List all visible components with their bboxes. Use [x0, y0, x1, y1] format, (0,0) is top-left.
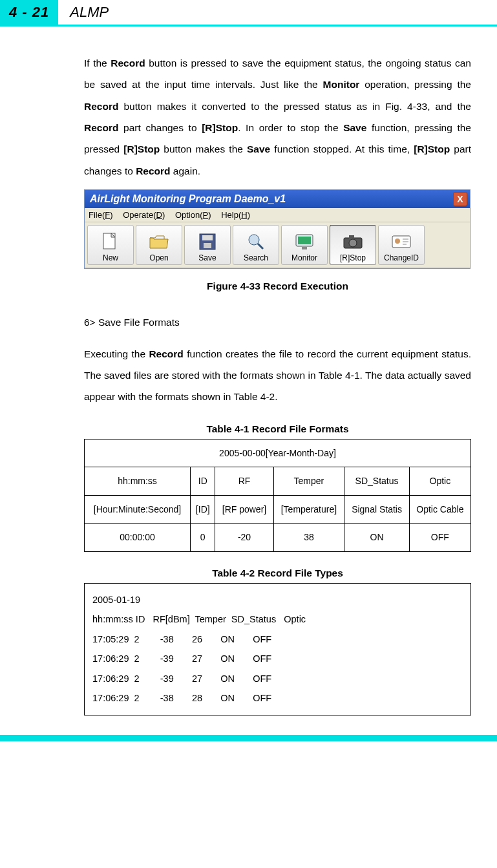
- desc-cell: [RF power]: [215, 495, 273, 524]
- new-button[interactable]: New: [87, 225, 134, 265]
- text: button makes it converted to the pressed…: [118, 101, 471, 112]
- data-cell: 00:00:00: [85, 524, 191, 552]
- svg-rect-3: [204, 243, 211, 248]
- text: operation, pressing the: [359, 79, 471, 90]
- data-cell: 38: [273, 524, 344, 552]
- menu-help[interactable]: Help(H): [221, 210, 250, 220]
- data-cell: 0: [191, 524, 215, 552]
- paragraph-2: Executing the Record function creates th…: [84, 343, 471, 408]
- svg-point-10: [349, 239, 357, 247]
- bold-save: Save: [343, 122, 366, 133]
- desc-cell: [ID]: [191, 495, 215, 524]
- bold-record: Record: [84, 101, 118, 112]
- date-cell: 2005-00-00[Year-Month-Day]: [85, 439, 471, 467]
- app-titlebar: AirLight Monitoring Program Daemo_v1 X: [85, 190, 470, 208]
- table-row: 2005-00-00[Year-Month-Day]: [85, 439, 471, 467]
- toolbar-label: [R]Stop: [340, 253, 366, 262]
- menu-operate[interactable]: Operate(D): [123, 210, 165, 220]
- text: If the: [84, 58, 111, 69]
- bold-record: Record: [136, 165, 170, 176]
- bold-record: Record: [111, 58, 145, 69]
- changeid-button[interactable]: ChangeID: [378, 225, 425, 265]
- header-cell: SD_Status: [344, 467, 409, 496]
- svg-rect-8: [302, 247, 307, 249]
- monitor-button[interactable]: Monitor: [281, 225, 328, 265]
- svg-rect-7: [298, 237, 311, 244]
- close-button[interactable]: X: [453, 192, 467, 206]
- page-number: 4 - 21: [0, 0, 58, 25]
- table2-row: 17:06:29 2 -39 27 ON OFF: [92, 669, 463, 688]
- table-row: 00:00:00 0 -20 38 ON OFF: [85, 524, 471, 552]
- table-row: hh:mm:ss ID RF Temper SD_Status Optic: [85, 467, 471, 496]
- bold-monitor: Monitor: [323, 79, 360, 90]
- menu-option[interactable]: Option(P): [175, 210, 211, 220]
- id-card-icon: [390, 231, 413, 252]
- app-window: AirLight Monitoring Program Daemo_v1 X F…: [84, 189, 471, 269]
- desc-cell: [Hour:Minute:Second]: [85, 495, 191, 524]
- svg-line-5: [258, 244, 263, 249]
- app-title: AirLight Monitoring Program Daemo_v1: [90, 193, 286, 205]
- folder-open-icon: [147, 231, 171, 252]
- page: 4 - 21 ALMP If the Record button is pres…: [0, 0, 497, 741]
- header-cell: RF: [215, 467, 273, 496]
- menu-bar: File(F) Operate(D) Option(P) Help(H): [85, 208, 470, 222]
- header-cell: ID: [191, 467, 215, 496]
- section-heading: 6> Save File Formats: [84, 312, 471, 333]
- toolbar-label: Monitor: [291, 253, 317, 262]
- bold-rstop: [R]Stop: [414, 143, 450, 154]
- toolbar-label: New: [103, 253, 118, 262]
- data-cell: -20: [215, 524, 273, 552]
- figure-caption: Figure 4-33 Record Execution: [84, 281, 471, 292]
- bold-rstop: [R]Stop: [202, 122, 238, 133]
- text: again.: [171, 165, 201, 176]
- page-header: 4 - 21 ALMP: [0, 0, 497, 26]
- desc-cell: Signal Statis: [344, 495, 409, 524]
- table2-header-row: hh:mm:ss ID RF[dBm] Temper SD_Status Opt…: [92, 609, 463, 629]
- page-title: ALMP: [58, 4, 109, 21]
- toolbar-label: Open: [149, 253, 168, 262]
- table2-row: 17:06:29 2 -38 28 ON OFF: [92, 688, 463, 708]
- bold-save: Save: [247, 143, 270, 154]
- toolbar-label: Save: [198, 253, 216, 262]
- open-button[interactable]: Open: [136, 225, 182, 265]
- camera-icon: [341, 231, 365, 252]
- paragraph-1: If the Record button is pressed to save …: [84, 52, 471, 182]
- app-screenshot: AirLight Monitoring Program Daemo_v1 X F…: [84, 189, 471, 269]
- header-cell: Optic: [409, 467, 471, 496]
- footer-bar: [0, 735, 497, 741]
- table-row: [Hour:Minute:Second] [ID] [RF power] [Te…: [85, 495, 471, 524]
- save-button[interactable]: Save: [184, 225, 231, 265]
- table2-caption: Table 4-2 Record File Types: [84, 567, 471, 579]
- search-icon: [244, 231, 268, 252]
- desc-cell: [Temperature]: [273, 495, 344, 524]
- svg-point-4: [249, 235, 259, 245]
- bold-record: Record: [149, 348, 183, 359]
- new-file-icon: [99, 231, 122, 252]
- text: . In order to stop the: [238, 122, 343, 133]
- text: function stopped. At this time,: [270, 143, 414, 154]
- text: button makes the: [160, 143, 247, 154]
- header-cell: hh:mm:ss: [85, 467, 191, 496]
- svg-rect-11: [349, 235, 354, 238]
- table-2: 2005-01-19 hh:mm:ss ID RF[dBm] Temper SD…: [84, 583, 471, 715]
- table2-row: 17:06:29 2 -39 27 ON OFF: [92, 649, 463, 668]
- floppy-save-icon: [196, 231, 219, 252]
- desc-cell: Optic Cable: [409, 495, 471, 524]
- svg-point-13: [395, 238, 400, 244]
- text: part changes to: [118, 122, 202, 133]
- text: Executing the: [84, 348, 149, 359]
- svg-rect-2: [202, 235, 213, 240]
- monitor-icon: [293, 231, 316, 252]
- rstop-button[interactable]: [R]Stop: [330, 225, 376, 265]
- menu-file[interactable]: File(F): [89, 210, 113, 220]
- header-cell: Temper: [273, 467, 344, 496]
- search-button[interactable]: Search: [233, 225, 279, 265]
- table2-date: 2005-01-19: [92, 590, 463, 609]
- table2-row: 17:05:29 2 -38 26 ON OFF: [92, 630, 463, 649]
- bold-record: Record: [84, 122, 118, 133]
- toolbar-label: Search: [244, 253, 268, 262]
- bold-rstop: [R]Stop: [123, 143, 160, 154]
- data-cell: ON: [344, 524, 409, 552]
- toolbar-label: ChangeID: [384, 253, 419, 262]
- table-1: 2005-00-00[Year-Month-Day] hh:mm:ss ID R…: [84, 439, 471, 552]
